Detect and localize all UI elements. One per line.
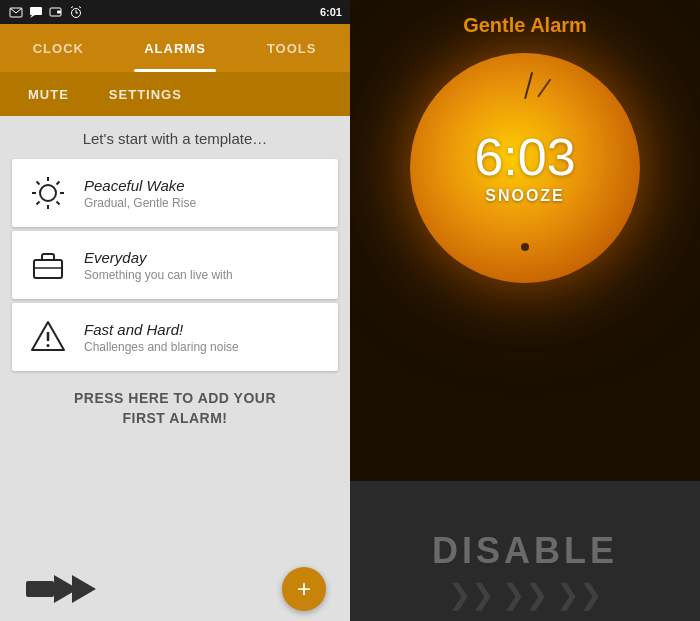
template-text-everyday: Everyday Something you can live with: [84, 249, 233, 282]
clock-time: 6:03: [474, 131, 575, 183]
tab-alarms[interactable]: ALARMS: [117, 24, 234, 72]
svg-line-9: [79, 7, 81, 9]
msg-icon: [28, 4, 44, 20]
clock-container[interactable]: 6:03 SNOOZE: [410, 53, 640, 283]
warning-icon: [26, 315, 70, 359]
template-name-fast-hard: Fast and Hard!: [84, 321, 239, 338]
fab-add[interactable]: +: [282, 567, 326, 611]
settings-button[interactable]: SETTINGS: [97, 79, 194, 110]
template-name-everyday: Everyday: [84, 249, 233, 266]
bottom-row: +: [0, 557, 350, 621]
action-bar: MUTE SETTINGS: [0, 72, 350, 116]
snooze-label: SNOOZE: [485, 187, 565, 205]
template-desc-fast-hard: Challenges and blaring noise: [84, 340, 239, 354]
svg-point-23: [47, 344, 50, 347]
plus-icon: +: [297, 577, 311, 601]
svg-line-8: [71, 7, 73, 9]
svg-marker-26: [72, 575, 96, 603]
clock-circle: 6:03 SNOOZE: [410, 53, 640, 283]
template-desc-everyday: Something you can live with: [84, 268, 233, 282]
tab-tools[interactable]: TOOLS: [233, 24, 350, 72]
mute-button[interactable]: MUTE: [16, 79, 81, 110]
gmail-icon: [8, 4, 24, 20]
svg-rect-4: [57, 11, 61, 14]
gentle-alarm-title: Gentle Alarm: [463, 14, 587, 37]
template-desc-peaceful: Gradual, Gentle Rise: [84, 196, 196, 210]
chevron-1: ❯❯: [448, 578, 494, 611]
alarm-icon: [68, 4, 84, 20]
left-panel: 6:01 CLOCK ALARMS TOOLS MUTE SETTINGS Le…: [0, 0, 350, 621]
right-panel: Gentle Alarm 6:03 SNOOZE DISABLE ❯❯ ❯❯ ❯…: [350, 0, 700, 621]
cta-text[interactable]: PRESS HERE TO ADD YOUR FIRST ALARM!: [74, 389, 276, 428]
svg-rect-1: [30, 7, 42, 15]
svg-line-17: [57, 182, 60, 185]
hour-hand: [537, 78, 551, 97]
status-time: 6:01: [320, 6, 342, 18]
wallet-icon: [48, 4, 64, 20]
chevron-row: ❯❯ ❯❯ ❯❯: [350, 568, 700, 621]
template-card-fast-hard[interactable]: Fast and Hard! Challenges and blaring no…: [12, 303, 338, 371]
tab-bar: CLOCK ALARMS TOOLS: [0, 24, 350, 72]
template-name-peaceful: Peaceful Wake: [84, 177, 196, 194]
status-icons: [8, 4, 84, 20]
sun-icon: [26, 171, 70, 215]
template-text-fast-hard: Fast and Hard! Challenges and blaring no…: [84, 321, 239, 354]
svg-line-16: [57, 202, 60, 205]
arrow-right-icon: [24, 571, 104, 607]
svg-marker-2: [30, 15, 35, 18]
template-title: Let's start with a template…: [83, 130, 268, 147]
disable-text: DISABLE: [432, 530, 618, 572]
svg-rect-19: [34, 260, 62, 278]
status-bar: 6:01: [0, 0, 350, 24]
svg-line-18: [37, 202, 40, 205]
briefcase-icon: [26, 243, 70, 287]
chevron-2: ❯❯: [502, 578, 548, 611]
template-text-peaceful: Peaceful Wake Gradual, Gentle Rise: [84, 177, 196, 210]
template-section: Let's start with a template… Peaceful Wa…: [0, 116, 350, 557]
svg-point-10: [40, 185, 56, 201]
disable-area[interactable]: DISABLE ❯❯ ❯❯ ❯❯: [350, 481, 700, 621]
template-card-peaceful-wake[interactable]: Peaceful Wake Gradual, Gentle Rise: [12, 159, 338, 227]
clock-dot: [521, 243, 529, 251]
svg-rect-24: [26, 581, 54, 597]
minute-hand: [524, 72, 533, 100]
chevron-3: ❯❯: [556, 578, 602, 611]
svg-line-15: [37, 182, 40, 185]
tab-clock[interactable]: CLOCK: [0, 24, 117, 72]
template-card-everyday[interactable]: Everyday Something you can live with: [12, 231, 338, 299]
